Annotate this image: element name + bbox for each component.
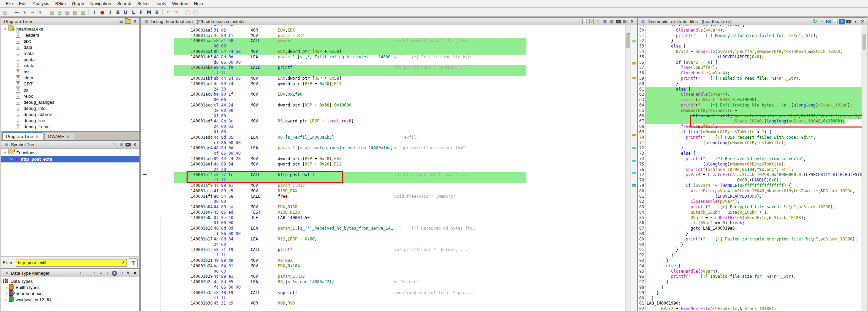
decompile-line[interactable]: 97 } — [638, 279, 862, 285]
decompile-line[interactable]: 59 printf(" [!] Failed to read file: %s\… — [638, 76, 862, 81]
decompile-header[interactable]: C Decompile: exfiltrate_files - (heartbe… — [638, 18, 867, 25]
decompile-line[interactable]: 98 } — [638, 285, 862, 290]
decompile-line[interactable]: 99 } — [638, 290, 862, 296]
decompile-line[interactable]: 75 (ulonglong)nNumberOfBytesToWrite); — [638, 162, 862, 167]
tab-dwarf[interactable]: DWARF × — [44, 133, 74, 140]
decompile-scrollbar[interactable] — [862, 25, 867, 311]
decompile-line[interactable]: 91 } — [638, 247, 862, 253]
decompile-line[interactable]: 83 printf(" [+] Encrypted file saved: %s… — [638, 204, 862, 210]
listing-line[interactable]: fc 86 00 00 — [141, 285, 625, 290]
diff-apply-icon[interactable]: ▩ — [609, 19, 615, 24]
tree-item-xdata[interactable]: .xdata — [1, 62, 139, 69]
listing-line[interactable]: 140001b1048 8d 0dLEAparam_1,[s_[*]_Recei… — [141, 226, 625, 231]
decompile-line[interactable]: 62 CloseHandle(pvVar4); — [638, 92, 862, 97]
tool-option-icon[interactable]: ◯ — [184, 8, 191, 16]
dtm-header[interactable]: DT Data Type Manager ← ▾ → ▾ ∗ ▾ ⊟ ▼ × — [1, 269, 139, 277]
decompile-line[interactable]: 57 free(lpBuffer); — [638, 65, 862, 71]
decompile-line[interactable]: 92 } — [638, 253, 862, 258]
listing-line[interactable]: 140001b3845 31 c9XORR9D,R9D — [141, 301, 625, 306]
listing-scrollbar[interactable] — [625, 25, 631, 311]
chevron-right-icon[interactable]: > — [9, 157, 13, 161]
save-icon[interactable]: ▤ — [2, 8, 9, 16]
decompile-line[interactable]: 60 } — [638, 81, 862, 87]
forward-menu-icon[interactable]: ▾ — [91, 270, 97, 276]
listing-line[interactable]: 140001b294c 89 e1MOVparam_1,R12 — [141, 274, 625, 279]
decompile-line[interactable]: 49 if (lpBuffer == (void *)0x0) { — [638, 25, 862, 28]
listing-line[interactable]: 24 00 03 — [141, 124, 625, 130]
tree-item-root[interactable]: ∨heartbeat.exe — [1, 26, 139, 32]
decompile-line[interactable]: 78 0x80,(HANDLE)0x0); — [638, 178, 862, 183]
tree-item-debug_aranges[interactable]: .debug_aranges — [1, 99, 139, 105]
decompile-line[interactable]: 72 } — [638, 145, 862, 151]
close-icon[interactable]: × — [132, 142, 138, 148]
menu-item-tools[interactable]: Tools — [153, 0, 169, 7]
listing-line[interactable]: 140001b0745 85 edTESTR13D,R13D — [141, 210, 625, 215]
chevron-down-icon[interactable]: ∨ — [3, 27, 7, 31]
listing-line[interactable]: 140001abf8b 44 24 58MOVEAX,dword ptr [RS… — [141, 76, 625, 81]
tree-item-reloc[interactable]: .reloc — [1, 93, 139, 99]
decompile-line[interactable]: 74 printf(" [*] Received %d bytes from s… — [638, 156, 862, 162]
tree-item-rdata[interactable]: .rdata — [1, 50, 139, 56]
scrollbar-thumb[interactable] — [626, 33, 630, 48]
chevron-right-icon[interactable]: > — [4, 297, 8, 302]
listing-marker-margin[interactable] — [631, 25, 637, 311]
listing-line[interactable]: 00 00 — [141, 97, 625, 103]
nav-data-icon[interactable]: B — [114, 8, 121, 16]
decompile-line[interactable]: 56 if (BVar2 == 0) { — [638, 60, 862, 65]
menu-item-select[interactable]: Select — [134, 0, 153, 7]
listing-header[interactable]: ▤ Listing: heartbeat.exe - (29 addresses… — [141, 18, 637, 25]
listing-line[interactable]: 140001ac34c 89 74MOVqword ptr [RSP + 0x3… — [141, 81, 625, 87]
filter-input[interactable] — [16, 259, 127, 267]
nav-undefined-icon[interactable]: U — [122, 8, 129, 16]
tree-item-crt[interactable]: .CRT — [1, 81, 139, 87]
decompile-line[interactable]: 94 else { — [638, 264, 862, 269]
decompile-line[interactable]: 70 printf(" [!] POST request failed with… — [638, 135, 862, 140]
decompile-line[interactable]: 69 if ((int)nNumberOfBytesToWrite < 1) { — [638, 130, 862, 135]
marker-tick[interactable] — [632, 62, 636, 64]
bookmark-icon[interactable]: ▤ — [72, 8, 79, 16]
decompile-line[interactable]: 84 uStack_102b4 = uStack_102b4 + 1; — [638, 210, 862, 215]
listing-line[interactable]: 140001ad54c 8b 8cMOVR9,qword ptr [RSP + … — [141, 119, 625, 124]
chevron-right-icon[interactable]: > — [4, 285, 8, 290]
marker-tick[interactable] — [632, 134, 636, 136]
undo-icon[interactable]: ↶ — [165, 8, 172, 16]
listing-line[interactable]: d6 86 00 00 — [141, 60, 625, 65]
back-menu-icon[interactable]: ▾ — [21, 8, 28, 16]
tree-item-debug_info[interactable]: .debug_info — [1, 105, 139, 111]
listing-line[interactable]: cf 86 00 00 — [141, 140, 625, 146]
symbol-tree-functions-row[interactable]: ∨ f Functions — [1, 150, 139, 156]
back-icon[interactable]: ← — [13, 8, 20, 16]
copy-icon[interactable] — [582, 19, 587, 24]
tree-item-pdata[interactable]: .pdata — [1, 56, 139, 62]
listing-line[interactable]: 140001ac8ba 90 1fMOVEDX,0x1f90 — [141, 92, 625, 97]
listing-line[interactable]: 24 30 — [141, 87, 625, 92]
decompile-line[interactable]: 87 goto LAB_1400019a0; — [638, 226, 862, 231]
copy-icon[interactable] — [832, 19, 838, 24]
decompile-line[interactable]: 51 printf(" [!] Memory allocation failed… — [638, 33, 862, 39]
edit-pencil-icon[interactable]: ✎ — [112, 142, 117, 148]
snapshot-icon[interactable] — [846, 19, 852, 24]
menu-item-edit[interactable]: Edit — [16, 0, 30, 7]
nav-marker-icon[interactable]: M — [146, 8, 153, 16]
listing-line[interactable]: 140001ab348 8d 0dLEAparam_1,[s_[*]_Exfil… — [141, 55, 625, 60]
listing-line[interactable]: f1 86 00 00 — [141, 231, 625, 237]
close-icon[interactable]: × — [860, 19, 865, 24]
tree-layout-icon[interactable]: ∗ — [98, 270, 104, 276]
listing-line[interactable]: 01 00 — [141, 114, 625, 119]
dtm-item-data-types[interactable]: Data Types — [1, 278, 139, 284]
dtm-item-windows-vs12-64[interactable]: >windows_vs12_64 — [1, 296, 139, 303]
listing-line[interactable]: 01 00 00 — [141, 220, 625, 226]
folder-icon[interactable] — [125, 19, 131, 24]
listing-line[interactable]: ff ff — [141, 71, 625, 76]
tab-close-icon[interactable]: × — [36, 134, 38, 139]
forward-menu-icon[interactable]: ▾ — [37, 8, 44, 16]
tree-item-text[interactable]: .text — [1, 38, 139, 44]
close-icon[interactable]: × — [132, 19, 138, 24]
listing-line[interactable]: 00 00 — [141, 44, 625, 49]
decompile-line[interactable]: 77 pvVar4 = CreateFileA(acStack_10298,0x… — [638, 172, 862, 178]
decompile-line[interactable]: 55 (LPOVERLAPPED)0x0); — [638, 55, 862, 60]
cursor-arrow-icon[interactable]: ↖ — [595, 19, 601, 24]
decompile-line[interactable]: 85 BVar2 = FindNextFileA(hFindFile,&_Sta… — [638, 215, 862, 221]
decompile-line[interactable]: 53 else { — [638, 44, 862, 49]
decompile-line[interactable]: 95 CloseHandle(pvVar4); — [638, 269, 862, 274]
